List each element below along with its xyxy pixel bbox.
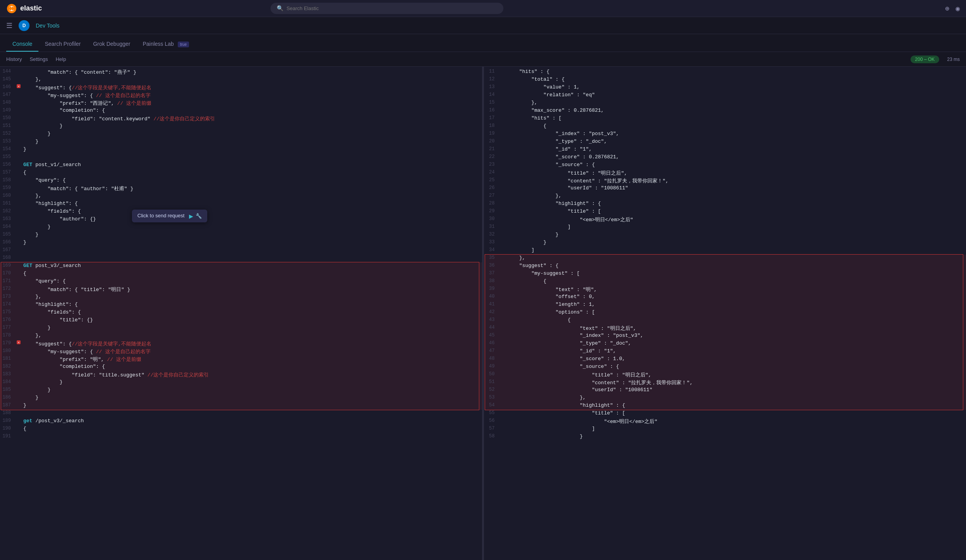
line-content: }, <box>22 333 482 338</box>
line-number: 44 <box>484 325 499 330</box>
editor-line: 156GET post_v1/_search <box>0 161 482 169</box>
line-content: { <box>506 123 966 129</box>
line-number: 18 <box>484 123 499 128</box>
line-number: 173 <box>0 294 16 299</box>
line-content: }, <box>506 100 966 106</box>
code-text: }, <box>23 76 42 82</box>
code-text: "suggest" : { <box>507 263 559 269</box>
status-badge: 200 – OK <box>911 55 940 63</box>
tab-search-profiler[interactable]: Search Profiler <box>38 37 87 52</box>
help-button[interactable]: Help <box>55 56 66 62</box>
line-number: 174 <box>0 302 16 307</box>
code-text: "prefix": "明", <box>23 357 107 362</box>
line-content: "_index" : "post_v3", <box>506 333 966 338</box>
code-text: } <box>23 232 38 238</box>
history-button[interactable]: History <box>6 56 22 62</box>
tab-painless-lab[interactable]: Painless Lab true <box>137 37 195 52</box>
user-icon[interactable]: ◉ <box>956 4 960 13</box>
code-text: }, <box>23 333 42 338</box>
editor-line: 151 } <box>0 123 482 130</box>
line-number: 25 <box>484 177 499 183</box>
line-content: "_id" : "1", <box>506 146 966 152</box>
line-content: "_id" : "1", <box>506 348 966 354</box>
code-text: } <box>23 379 62 385</box>
hamburger-icon[interactable]: ☰ <box>6 21 12 30</box>
code-text: } <box>507 239 546 245</box>
line-content: } <box>22 395 482 400</box>
editor-line: 148 "prefix": "西游记", // 这个是前缀 <box>0 99 482 107</box>
line-content: "prefix": "西游记", // 这个是前缀 <box>22 100 482 107</box>
output-line: 41 "length" : 1, <box>484 301 966 309</box>
help-icon[interactable]: ⊕ <box>945 4 949 13</box>
search-input[interactable] <box>286 5 497 11</box>
output-line: 54 "highlight" : { <box>484 402 966 410</box>
global-search-bar[interactable]: 🔍 <box>271 3 503 14</box>
tab-grok-debugger[interactable]: Grok Debugger <box>87 37 137 52</box>
search-icon: 🔍 <box>277 5 283 12</box>
line-number: 58 <box>484 433 499 439</box>
line-content: "_source" : { <box>506 364 966 369</box>
line-number: 26 <box>484 185 499 191</box>
output-line: 56 "<em>明日</em>之后" <box>484 418 966 425</box>
line-number: 145 <box>0 76 16 82</box>
output-line: 35 }, <box>484 255 966 262</box>
line-number: 51 <box>484 379 499 385</box>
line-content: "<em>明日</em>之后" <box>506 418 966 425</box>
line-number: 152 <box>0 131 16 136</box>
code-text: "<em>明日</em>之后" <box>507 419 657 425</box>
code-comment: //这个字段是关键字,不能随便起名 <box>72 85 151 91</box>
output-line: 16 "max_score" : 0.2876821, <box>484 107 966 115</box>
line-number: 184 <box>0 379 16 385</box>
editor-line: 187} <box>0 402 482 410</box>
settings-button[interactable]: Settings <box>29 56 48 62</box>
left-editor-panel[interactable]: 144 "match": { "content": "燕子" }145 },14… <box>0 67 482 560</box>
code-text: "title" : "明日之后", <box>507 372 652 378</box>
code-text: } <box>23 325 50 331</box>
line-content: "completion": { <box>22 364 482 369</box>
editor-line: 190{ <box>0 425 482 433</box>
right-output-panel[interactable]: 11 "hits" : {12 "total" : {13 "value" : … <box>484 67 966 560</box>
line-number: 186 <box>0 395 16 400</box>
line-content: } <box>22 387 482 393</box>
line-content: } <box>22 146 482 152</box>
code-text: "title": {} <box>23 317 93 323</box>
code-text: "fields": { <box>23 208 81 214</box>
line-number: 165 <box>0 232 16 237</box>
code-text: } <box>23 131 50 137</box>
line-content: "total" : { <box>506 76 966 82</box>
editor-line: 152 } <box>0 130 482 138</box>
elastic-logo-icon <box>6 3 17 14</box>
editor-line: 153 } <box>0 138 482 146</box>
line-number: 147 <box>0 92 16 97</box>
code-text: "value" : 1, <box>507 84 580 90</box>
line-number: 187 <box>0 402 16 408</box>
editor-line: 154} <box>0 146 482 154</box>
line-content: ] <box>506 426 966 432</box>
output-line: 38 { <box>484 278 966 286</box>
code-text: }, <box>507 395 586 400</box>
code-text: "offset" : 0, <box>507 294 595 300</box>
editor-line: 158 "query": { <box>0 177 482 185</box>
line-content: "match": { "author": "杜甫" } <box>22 185 482 192</box>
code-text: "_index" : "post_v3", <box>507 333 643 338</box>
code-text: "options" : [ <box>507 309 595 315</box>
editor-line: 150 "field": "content.keyword" //这个是你自己定… <box>0 115 482 123</box>
svg-point-3 <box>9 7 12 10</box>
output-line: 15 }, <box>484 99 966 107</box>
output-line: 55 "title" : [ <box>484 410 966 418</box>
line-number: 20 <box>484 139 499 144</box>
http-method: GET <box>23 162 32 168</box>
output-line: 43 { <box>484 317 966 324</box>
tab-console[interactable]: Console <box>6 37 38 52</box>
line-content: } <box>22 123 482 129</box>
code-text: "_score" : 0.2876821, <box>507 154 619 160</box>
code-text: "suggest": { <box>23 85 72 91</box>
breadcrumb-devtools[interactable]: Dev Tools <box>36 23 59 29</box>
line-number: 169 <box>0 263 16 268</box>
line-content: "<em>明日</em>之后" <box>506 216 966 223</box>
line-content: "highlight" : { <box>506 402 966 408</box>
line-number: 150 <box>0 115 16 121</box>
editor-line: 168 <box>0 255 482 262</box>
line-content: ] <box>506 247 966 253</box>
line-number: 185 <box>0 387 16 392</box>
